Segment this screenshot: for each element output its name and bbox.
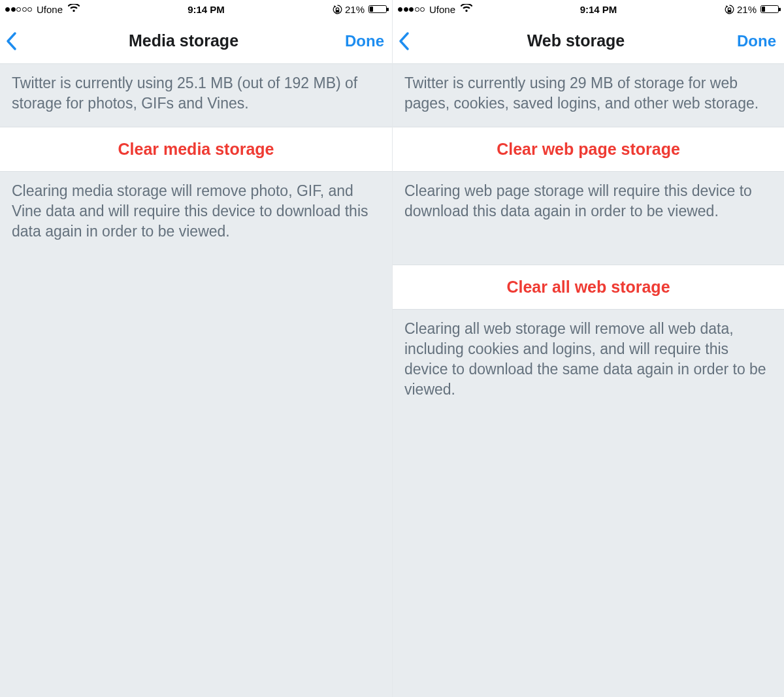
done-button[interactable]: Done bbox=[730, 32, 776, 50]
clear-all-web-storage-footer: Clearing all web storage will remove all… bbox=[393, 310, 784, 413]
page-title: Media storage bbox=[29, 31, 338, 50]
wifi-icon bbox=[68, 4, 80, 15]
status-bar-time: 9:14 PM bbox=[580, 4, 617, 15]
status-bar-left: Ufone bbox=[398, 4, 472, 15]
battery-icon bbox=[368, 5, 387, 13]
back-button[interactable] bbox=[398, 27, 421, 56]
signal-dots-icon bbox=[398, 7, 425, 12]
back-button[interactable] bbox=[5, 27, 29, 56]
battery-icon bbox=[760, 5, 779, 13]
section-spacer bbox=[393, 235, 784, 265]
usage-description: Twitter is currently using 25.1 MB (out … bbox=[0, 64, 392, 127]
nav-bar: Web storage Done bbox=[393, 18, 784, 64]
status-bar-right: 21% bbox=[725, 4, 779, 15]
svg-rect-0 bbox=[336, 10, 340, 12]
clear-all-web-storage-button[interactable]: Clear all web storage bbox=[393, 265, 784, 310]
orientation-lock-icon bbox=[333, 5, 342, 14]
svg-rect-1 bbox=[728, 10, 732, 12]
signal-dots-icon bbox=[5, 7, 32, 12]
carrier-label: Ufone bbox=[37, 4, 63, 15]
wifi-icon bbox=[461, 4, 472, 15]
status-bar-time: 9:14 PM bbox=[188, 4, 225, 15]
clear-web-page-storage-button[interactable]: Clear web page storage bbox=[393, 127, 784, 172]
status-bar: Ufone 9:14 PM 21% bbox=[0, 0, 392, 18]
status-bar: Ufone 9:14 PM 21% bbox=[393, 0, 784, 18]
done-button[interactable]: Done bbox=[338, 32, 384, 50]
nav-bar: Media storage Done bbox=[0, 18, 392, 64]
battery-percent: 21% bbox=[345, 4, 365, 15]
carrier-label: Ufone bbox=[429, 4, 455, 15]
page-title: Web storage bbox=[421, 31, 730, 50]
clear-media-storage-footer: Clearing media storage will remove photo… bbox=[0, 172, 392, 255]
usage-description: Twitter is currently using 29 MB of stor… bbox=[393, 64, 784, 127]
screen-media-storage: Ufone 9:14 PM 21% Media storage Done Twi… bbox=[0, 0, 392, 697]
battery-percent: 21% bbox=[737, 4, 757, 15]
clear-media-storage-button[interactable]: Clear media storage bbox=[0, 127, 392, 172]
screen-web-storage: Ufone 9:14 PM 21% Web storage Done Twitt… bbox=[392, 0, 784, 697]
status-bar-left: Ufone bbox=[5, 4, 80, 15]
clear-web-page-storage-footer: Clearing web page storage will require t… bbox=[393, 172, 784, 235]
status-bar-right: 21% bbox=[333, 4, 387, 15]
orientation-lock-icon bbox=[725, 5, 734, 14]
